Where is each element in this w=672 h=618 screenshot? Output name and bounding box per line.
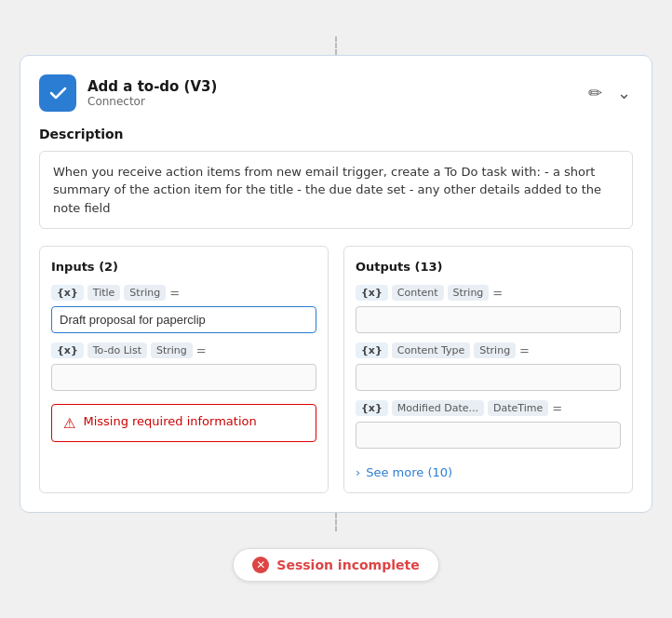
- todo-input[interactable]: [51, 364, 316, 391]
- app-icon: [39, 74, 76, 112]
- description-label: Description: [39, 127, 633, 141]
- session-message: Session incomplete: [276, 558, 419, 572]
- output-content-row: {x} Content String =: [356, 285, 621, 301]
- see-more-button[interactable]: › See more (10): [356, 465, 621, 479]
- modified-input[interactable]: [356, 422, 621, 449]
- todo-eq: =: [196, 343, 207, 357]
- input-todo-row: {x} To-do List String =: [51, 343, 316, 358]
- card-title: Add a to-do (V3): [87, 78, 217, 95]
- title-eq: =: [169, 286, 180, 300]
- content-type-input[interactable]: [356, 364, 621, 391]
- output-content-type-row: {x} Content Type String =: [356, 343, 621, 358]
- title-type-badge: String: [124, 285, 166, 301]
- outputs-title: Outputs (13): [356, 260, 621, 274]
- content-eq: =: [492, 286, 503, 300]
- content-type-var-symbol: {x}: [361, 344, 383, 356]
- content-type-name-badge: Content Type: [392, 343, 471, 358]
- todo-type-badge: String: [151, 343, 193, 358]
- card-subtitle: Connector: [87, 95, 217, 108]
- modified-type-badge: DateTime: [488, 400, 548, 416]
- content-name-badge: Content: [392, 285, 444, 301]
- outputs-panel: Outputs (13) {x} Content String = {x}: [343, 246, 633, 493]
- todo-name-badge: To-do List: [87, 343, 147, 358]
- action-card: Add a to-do (V3) Connector ✏ ⌄ Descripti…: [20, 55, 652, 514]
- card-header: Add a to-do (V3) Connector ✏ ⌄: [39, 74, 633, 112]
- content-type-badge: String: [448, 285, 490, 301]
- modified-name-badge: Modified Date...: [392, 400, 484, 416]
- input-title-row: {x} Title String =: [51, 285, 316, 301]
- io-row: Inputs (2) {x} Title String = {x} To: [39, 246, 633, 493]
- session-pill: ✕ Session incomplete: [233, 548, 438, 582]
- card-header-left: Add a to-do (V3) Connector: [39, 74, 217, 112]
- modified-var-badge: {x}: [356, 400, 388, 416]
- content-type-type-badge: String: [474, 343, 516, 358]
- session-x-icon: ✕: [256, 558, 265, 571]
- todo-var-badge: {x}: [51, 343, 84, 358]
- error-message: Missing required information: [83, 414, 256, 428]
- content-var-symbol: {x}: [361, 287, 383, 299]
- content-var-badge: {x}: [356, 285, 388, 301]
- content-input[interactable]: [356, 306, 621, 333]
- card-actions: ✏ ⌄: [586, 81, 633, 105]
- session-error-icon: ✕: [252, 557, 269, 573]
- title-var-symbol: {x}: [57, 287, 78, 299]
- edit-button[interactable]: ✏: [586, 81, 604, 105]
- inputs-panel: Inputs (2) {x} Title String = {x} To: [39, 246, 329, 493]
- chevron-right-icon: ›: [356, 465, 360, 479]
- warning-icon: ⚠: [63, 415, 75, 432]
- title-var-badge: {x}: [51, 285, 84, 301]
- modified-eq: =: [552, 401, 562, 415]
- modified-var-symbol: {x}: [361, 402, 383, 414]
- output-modified-row: {x} Modified Date... DateTime =: [356, 400, 621, 416]
- collapse-button[interactable]: ⌄: [615, 81, 633, 105]
- card-title-group: Add a to-do (V3) Connector: [87, 78, 217, 108]
- collapse-icon: ⌄: [617, 83, 631, 103]
- todo-var-symbol: {x}: [57, 344, 78, 356]
- description-text: When you receive action items from new e…: [39, 151, 633, 230]
- title-input[interactable]: [51, 306, 316, 333]
- content-type-eq: =: [519, 343, 530, 357]
- see-more-label: See more (10): [366, 465, 452, 479]
- inputs-title: Inputs (2): [51, 260, 316, 274]
- error-box: ⚠ Missing required information: [51, 404, 316, 442]
- title-name-badge: Title: [87, 285, 121, 301]
- edit-icon: ✏: [588, 83, 602, 103]
- session-bar: ✕ Session incomplete: [233, 548, 438, 582]
- content-type-var-badge: {x}: [356, 343, 388, 358]
